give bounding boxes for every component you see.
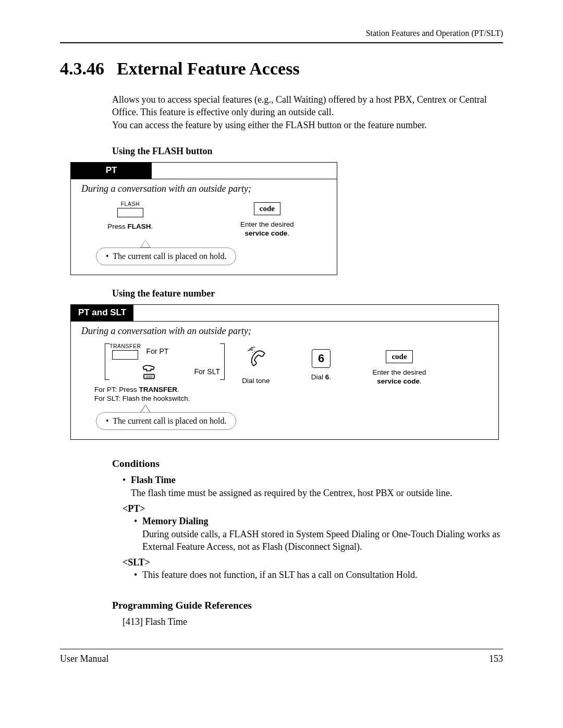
- memory-dialing-label: Memory Dialing: [142, 516, 208, 526]
- transfer-label: TRANSFER: [109, 343, 141, 349]
- svg-point-3: [252, 352, 253, 353]
- footer-rule: [60, 649, 503, 649]
- header-rule: [60, 42, 503, 43]
- running-head: Station Features and Operation (PT/SLT): [60, 29, 503, 38]
- digit-6-box: 6: [312, 349, 331, 368]
- hookswitch-icon: [140, 365, 158, 380]
- svg-point-4: [254, 351, 255, 352]
- flash-button-icon: [117, 208, 143, 217]
- left-bracket-icon: [105, 343, 109, 380]
- proc1-tab: PT: [71, 163, 152, 179]
- prog-refs-body: [413] Flash Time: [123, 615, 503, 628]
- proc1-heading: Using the FLASH button: [112, 146, 503, 157]
- transfer-button-icon: [112, 350, 138, 360]
- conditions-body: • Flash Time The flash time must be assi…: [123, 474, 503, 581]
- for-pt-label: For PT: [146, 347, 169, 355]
- proc2-box: PT and SLT During a conversation with an…: [70, 304, 499, 440]
- proc1-step1-text: Press FLASH.: [81, 223, 179, 231]
- footer-page-number: 153: [489, 653, 503, 664]
- proc1-caption: During a conversation with an outside pa…: [81, 183, 326, 194]
- dial-tone-text: Dial tone: [225, 377, 287, 386]
- proc1-code-box: code: [254, 202, 280, 215]
- slt-text: This feature does not function, if an SL…: [142, 569, 503, 581]
- page-footer: User Manual 153: [60, 653, 503, 664]
- dial-6-text: Dial 6.: [287, 373, 355, 382]
- proc2-code-box: code: [386, 350, 412, 363]
- section-title: 4.3.46External Feature Access: [60, 59, 503, 79]
- proc2-caption: During a conversation with an outside pa…: [81, 326, 488, 337]
- proc1-note: • The current call is placed on hold.: [96, 248, 326, 265]
- right-bracket-icon: [220, 343, 225, 380]
- proc1-step2-text: Enter the desired service code.: [208, 220, 326, 238]
- dial-tone-icon: [225, 345, 287, 372]
- slt-label: <SLT>: [123, 556, 503, 569]
- prog-refs-heading: Programming Guide References: [112, 600, 503, 611]
- conditions-heading: Conditions: [112, 458, 503, 470]
- flash-label: FLASH: [81, 201, 179, 207]
- proc2-tab: PT and SLT: [71, 305, 133, 321]
- proc2-step1-text: For PT: Press TRANSFER. For SLT: Flash t…: [94, 386, 225, 403]
- section-number: 4.3.46: [60, 59, 104, 79]
- proc1-box: PT During a conversation with an outside…: [70, 162, 337, 275]
- proc2-note: • The current call is placed on hold.: [96, 412, 488, 430]
- prog-refs-item: [413] Flash Time: [123, 615, 503, 628]
- pt-label: <PT>: [123, 502, 503, 515]
- flash-time-text: The flash time must be assigned as requi…: [131, 488, 452, 498]
- flash-time-label: Flash Time: [131, 475, 176, 485]
- footer-left: User Manual: [60, 653, 108, 664]
- intro-line1: Allows you to access special features (e…: [112, 93, 503, 119]
- for-slt-label: For SLT: [194, 367, 220, 376]
- intro-line2: You can access the feature by using eith…: [112, 119, 503, 131]
- section-heading: External Feature Access: [117, 59, 300, 78]
- svg-rect-0: [144, 374, 154, 378]
- intro-block: Allows you to access special features (e…: [112, 93, 503, 131]
- proc2-heading: Using the feature number: [112, 288, 503, 299]
- memory-dialing-text: During outside calls, a FLASH stored in …: [142, 529, 500, 552]
- proc2-step4-text: Enter the desired service code.: [355, 368, 444, 386]
